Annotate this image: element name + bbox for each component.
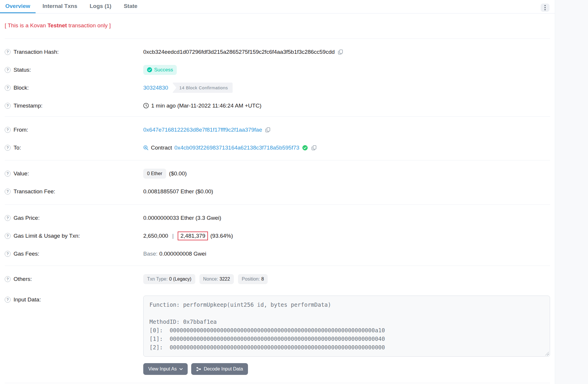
row-value: Value: 0 Ether ($0.00) (5, 165, 550, 182)
testnet-warning-text: [ This is a Kovan (5, 22, 47, 28)
label-text: Value: (14, 170, 29, 177)
transaction-fee-value: 0.0081885507 Ether ($0.00) (143, 188, 213, 195)
label-text: Transaction Fee: (14, 188, 55, 195)
row-others: Others: Txn Type: 0 (Legacy) Nonce: 3222… (5, 270, 550, 288)
help-icon[interactable] (5, 233, 11, 239)
help-icon[interactable] (5, 145, 11, 151)
help-icon[interactable] (5, 189, 11, 194)
input-data-textarea[interactable]: Function: performUpkeep(uint256 id, byte… (143, 296, 550, 357)
badge-label: Nonce: (203, 276, 218, 282)
block-label: Block: (5, 85, 143, 91)
block-confirmations-badge: 14 Block Confirmations (172, 83, 233, 93)
row-gas-limit-usage: Gas Limit & Usage by Txn: 2,650,000 | 2,… (5, 227, 550, 245)
to-label: To: (5, 145, 143, 151)
row-gas-price: Gas Price: 0.0000000033 Ether (3.3 Gwei) (5, 209, 550, 227)
gas-base-label: Base: (143, 251, 158, 257)
label-text: Others: (14, 276, 32, 282)
gas-limit-value: 2,650,000 (143, 233, 168, 239)
label-text: To: (14, 145, 21, 151)
label-text: From: (14, 127, 28, 133)
from-address-link[interactable]: 0x647e7168122263d8e7f81f17fff9c2f1aa379f… (143, 127, 262, 133)
gas-fees-label: Gas Fees: (5, 251, 143, 257)
status-text: Success (154, 67, 173, 73)
row-block: Block: 30324830 14 Block Confirmations (5, 79, 550, 97)
kebab-menu-button[interactable] (541, 4, 549, 12)
clock-icon (143, 103, 149, 108)
help-icon[interactable] (5, 67, 11, 73)
testnet-warning-text: transaction only ] (67, 22, 111, 28)
tab-bar: Overview Internal Txns Logs (1) State (0, 0, 555, 14)
help-icon[interactable] (5, 297, 11, 303)
row-input-data: Input Data: Function: performUpkeep(uint… (5, 288, 550, 357)
timestamp-value: 1 min ago (Mar-11-2022 11:46:24 AM +UTC) (151, 103, 261, 109)
label-text: Gas Limit & Usage by Txn: (14, 233, 80, 239)
input-data-line: [0]: 00000000000000000000000000000000000… (149, 326, 544, 335)
gas-limit-label: Gas Limit & Usage by Txn: (5, 233, 143, 239)
help-icon[interactable] (5, 127, 11, 133)
help-icon[interactable] (5, 49, 11, 55)
kebab-menu-icon (544, 7, 546, 8)
label-text: Input Data: (14, 296, 41, 303)
label-text: Block: (14, 85, 29, 91)
kebab-menu-icon (544, 5, 546, 6)
block-number-link[interactable]: 30324830 (143, 85, 168, 91)
gas-used-percent: (93.64%) (210, 233, 233, 239)
gas-separator: | (172, 233, 174, 239)
row-from: From: 0x647e7168122263d8e7f81f17fff9c2f1… (5, 121, 550, 139)
help-icon[interactable] (5, 85, 11, 91)
timestamp-label: Timestamp: (5, 103, 143, 109)
copy-icon[interactable] (311, 145, 317, 151)
transaction-overview-card: Overview Internal Txns Logs (1) State [ … (0, 0, 555, 383)
tab-overview[interactable]: Overview (0, 0, 36, 13)
copy-icon[interactable] (265, 127, 271, 133)
help-icon[interactable] (5, 251, 11, 257)
help-icon[interactable] (5, 215, 11, 221)
testnet-warning-bold: Testnet (47, 22, 67, 28)
help-icon[interactable] (5, 103, 11, 109)
copy-icon[interactable] (338, 49, 344, 55)
nonce-badge: Nonce: 3222 (199, 274, 234, 284)
help-icon[interactable] (5, 276, 11, 282)
tab-state[interactable]: State (119, 0, 143, 13)
transaction-hash-value: 0xcb324eedcd1d07296fdf3d215a2865275f159c… (143, 49, 335, 55)
view-input-as-button[interactable]: View Input As (143, 363, 188, 375)
section-summary: Transaction Hash: 0xcb324eedcd1d07296fdf… (5, 39, 550, 116)
input-data-line: Function: performUpkeep(uint256 id, byte… (149, 301, 544, 309)
tab-internal-txns[interactable]: Internal Txns (37, 0, 83, 13)
badge-value: 0 (Legacy) (169, 276, 191, 282)
section-parties: From: 0x647e7168122263d8e7f81f17fff9c2f1… (5, 117, 550, 160)
help-icon[interactable] (5, 171, 11, 177)
input-data-label: Input Data: (5, 296, 143, 303)
button-label: Decode Input Data (204, 366, 243, 372)
tab-logs[interactable]: Logs (1) (84, 0, 117, 13)
gas-price-value: 0.0000000033 Ether (3.3 Gwei) (143, 215, 221, 221)
gas-price-label: Gas Price: (5, 215, 143, 221)
gas-used-highlight-box: 2,481,379 (178, 232, 208, 240)
label-text: Timestamp: (14, 103, 43, 109)
decode-icon (196, 367, 201, 372)
status-badge: Success (143, 65, 177, 75)
value-label: Value: (5, 170, 143, 177)
button-label: View Input As (148, 366, 177, 372)
section-gas: Gas Price: 0.0000000033 Ether (3.3 Gwei)… (5, 205, 550, 266)
verified-contract-icon (302, 145, 308, 150)
decode-input-data-button[interactable]: Decode Input Data (191, 363, 248, 375)
textarea-resize-handle[interactable] (545, 352, 549, 356)
usd-value: ($0.00) (169, 170, 187, 177)
to-address-link[interactable]: 0x4cb093f226983713164a62138c3f718a5b595f… (174, 145, 299, 151)
row-gas-fees: Gas Fees: Base: 0.000000008 Gwei (5, 245, 550, 263)
badge-label: Txn Type: (147, 276, 168, 282)
divider (5, 383, 550, 383)
input-data-line: MethodID: 0x7bbaf1ea (149, 318, 544, 326)
txn-type-badge: Txn Type: 0 (Legacy) (143, 274, 195, 284)
row-transaction-fee: Transaction Fee: 0.0081885507 Ether ($0.… (5, 182, 550, 200)
row-timestamp: Timestamp: 1 min ago (Mar-11-2022 11:46:… (5, 97, 550, 115)
section-others: Others: Txn Type: 0 (Legacy) Nonce: 3222… (5, 266, 550, 383)
label-text: Gas Fees: (14, 251, 39, 257)
transaction-fee-label: Transaction Fee: (5, 188, 143, 195)
others-label: Others: (5, 276, 143, 282)
testnet-warning: [ This is a Kovan Testnet transaction on… (5, 14, 550, 38)
input-data-line (149, 309, 544, 318)
row-transaction-hash: Transaction Hash: 0xcb324eedcd1d07296fdf… (5, 43, 550, 61)
zoom-in-icon[interactable] (143, 145, 149, 150)
